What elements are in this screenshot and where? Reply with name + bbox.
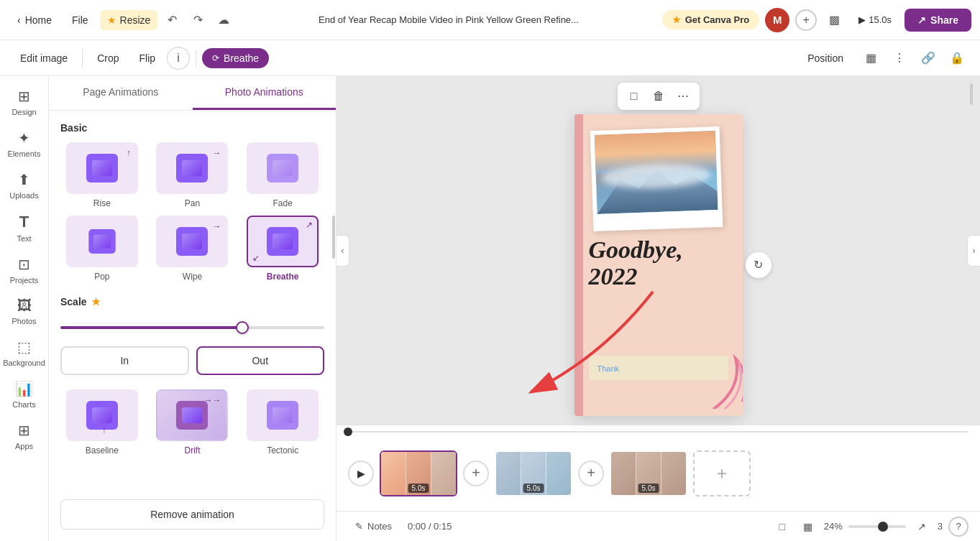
breathe-button[interactable]: ⟳ Breathe [202,48,269,68]
remove-animation-button[interactable]: Remove animation [60,499,324,530]
add-scene-button[interactable]: + [693,450,751,496]
photo-frame[interactable] [590,126,723,231]
tab-page-animations[interactable]: Page Animations [49,76,193,110]
tectonic-label: Tectonic [267,445,298,456]
anim-thumb-inner-breathe [267,227,298,256]
info-button[interactable]: i [167,47,190,70]
breathe-arrow-down-icon: ↙ [252,253,260,263]
user-avatar[interactable]: M [765,8,789,32]
align-button[interactable]: ▦ [859,47,882,70]
file-button[interactable]: File [63,10,97,30]
rotate-handle[interactable]: ↻ [746,252,771,278]
scrubber-marker[interactable] [344,427,352,436]
breathe-icon: ⟳ [212,53,219,63]
sidebar-item-photos[interactable]: 🖼 Photos [3,292,46,331]
anim-item-pan[interactable]: → Pan [151,142,234,208]
position-button[interactable]: Position [797,48,853,68]
notes-button[interactable]: ✎ Notes [348,518,399,535]
canvas-card[interactable]: Goodbye, 2022 Thank [574,114,743,416]
seg1-thumb-1 [381,452,406,495]
collapse-left-button[interactable]: ‹ [336,235,349,267]
sidebar-item-apps[interactable]: ⊞ Apps [3,416,46,456]
add-between-1-2[interactable]: + [463,461,489,486]
baseline-label: Baseline [86,445,119,456]
sidebar-item-projects[interactable]: ⊡ Projects [3,250,46,290]
play-button[interactable]: ▶ [348,461,374,486]
add-user-button[interactable]: + [795,9,817,31]
animation-content: Basic ↑ Rise [49,111,336,491]
add-between-2-3[interactable]: + [578,461,604,486]
remove-anim-label: Remove animation [150,509,234,520]
help-button[interactable]: ? [948,517,968,537]
cloud-save-button[interactable]: ☁ [212,9,235,32]
slider-container [60,316,324,343]
photos-icon: 🖼 [17,297,32,314]
animation-grid: ↑ Rise → Pan [60,142,324,282]
sidebar-item-background[interactable]: ⬚ Background [3,333,46,373]
in-button[interactable]: In [60,346,189,375]
duplicate-button[interactable]: □ [623,85,645,107]
anim-item-baseline[interactable]: ↑ Baseline [60,389,144,456]
anim-item-tectonic[interactable]: Tectonic [241,389,324,456]
tab-photo-animations[interactable]: Photo Animations [193,76,336,110]
pan-label: Pan [185,198,200,208]
canvas-inner: ‹ □ 🗑 ⋯ [336,76,980,425]
fit-screen-button[interactable]: □ [772,517,792,537]
elements-icon: ✦ [18,129,30,147]
home-chevron-icon: ‹ [17,14,21,26]
tab-page-label: Page Animations [83,86,158,98]
delete-button[interactable]: 🗑 [648,85,669,107]
anim-item-fade[interactable]: Fade [241,142,324,208]
scale-label: Scale ★ [60,296,324,308]
zoom-slider[interactable] [848,525,906,528]
toolbar-divider-2 [196,50,196,67]
timeline-segment-1[interactable]: 5.0s [380,450,457,496]
uploads-label: Uploads [9,191,38,200]
scroll-thumb [332,216,335,259]
anim-item-pop[interactable]: Pop [60,216,144,282]
redo-button[interactable]: ↷ [186,9,209,32]
home-button[interactable]: ‹ Home [9,10,60,30]
flip-button[interactable]: Flip [131,48,165,68]
edit-image-button[interactable]: Edit image [12,48,76,68]
anim-item-rise[interactable]: ↑ Rise [60,142,144,208]
sidebar-item-elements[interactable]: ✦ Elements [3,124,46,164]
more-animations: ↑ Baseline →→ Drift [60,389,324,456]
timeline-segment-2[interactable]: 5.0s [495,450,572,496]
sidebar-item-charts[interactable]: 📊 Charts [3,374,46,415]
expand-button[interactable]: ↗ [912,517,932,537]
resize-button[interactable]: ★ Resize [100,10,158,30]
collapse-right-button[interactable]: › [967,235,980,267]
segment3-badge: 5.0s [638,484,659,493]
grid-view-button[interactable]: ▦ [798,517,818,537]
timeline-segment-3[interactable]: 5.0s [610,450,687,496]
undo-button[interactable]: ↶ [160,9,183,32]
scale-slider[interactable] [60,326,324,329]
anim-item-drift[interactable]: →→ Drift [151,389,234,456]
play-timer-button[interactable]: ▶ 15.0s [851,11,899,29]
analytics-button[interactable]: ▩ [823,9,846,32]
thank-text: Thank [597,364,620,373]
anim-item-wipe[interactable]: → Wipe [151,216,234,282]
lock-button[interactable]: 🔒 [945,47,968,70]
anim-img-breathe [273,233,293,249]
text-label: Text [17,234,31,243]
page-indicator: 3 [938,521,943,532]
sidebar-item-uploads[interactable]: ⬆ Uploads [3,165,46,205]
anim-img-pan [182,160,202,176]
link-button[interactable]: 🔗 [917,47,940,70]
pan-arrow-icon: → [212,148,221,158]
play-icon: ▶ [858,14,866,25]
anim-item-breathe[interactable]: ↗ ↙ Breathe [241,216,324,282]
out-button[interactable]: Out [196,346,325,375]
share-button[interactable]: ↗ Share [905,9,971,32]
more-options-button[interactable]: ⋯ [672,85,694,107]
sidebar-item-design[interactable]: ⊞ Design [3,82,46,122]
grid-button[interactable]: ⋮ [888,47,911,70]
anim-img-pop [93,235,111,249]
timer-label: 15.0s [869,14,892,25]
sidebar-item-text[interactable]: T Text [3,207,46,249]
crop-button[interactable]: Crop [88,48,127,68]
canva-pro-button[interactable]: ★ Get Canva Pro [662,10,760,29]
title-text: End of Year Recap Mobile Video in Pink Y… [319,14,579,25]
